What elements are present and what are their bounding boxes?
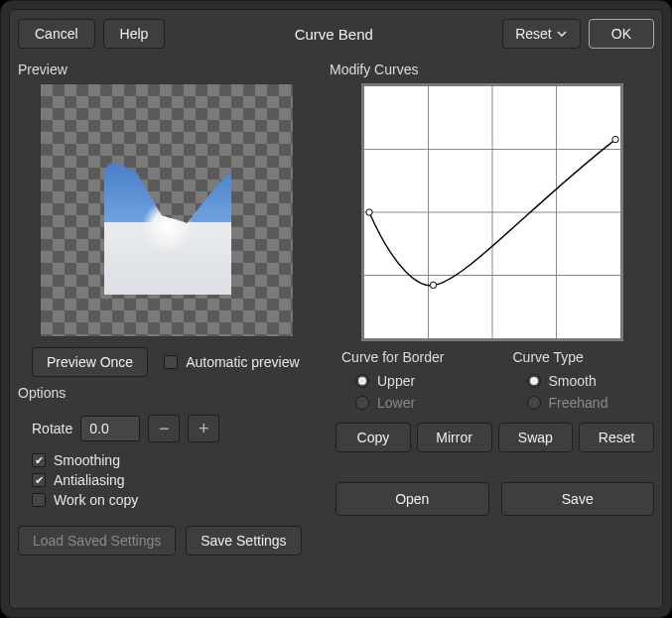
options-section-label: Options bbox=[18, 385, 316, 401]
preview-bend-mask bbox=[41, 84, 293, 336]
curve-control-point[interactable] bbox=[365, 209, 371, 215]
curve-editor[interactable] bbox=[361, 83, 623, 341]
smoothing-checkbox[interactable]: Smoothing bbox=[32, 452, 316, 468]
curve-control-point[interactable] bbox=[430, 282, 436, 288]
curve-border-label: Curve for Border bbox=[341, 349, 483, 365]
chevron-down-icon bbox=[556, 28, 568, 40]
preview-canvas bbox=[40, 83, 294, 337]
checkbox-box bbox=[164, 355, 178, 369]
cancel-button[interactable]: Cancel bbox=[18, 19, 95, 49]
antialiasing-checkbox[interactable]: Antialiasing bbox=[32, 472, 316, 488]
work-on-copy-checkbox[interactable]: Work on copy bbox=[32, 492, 316, 508]
type-smooth-radio[interactable]: Smooth bbox=[527, 373, 655, 389]
rotate-label: Rotate bbox=[32, 421, 72, 436]
smooth-label: Smooth bbox=[549, 373, 597, 389]
save-button[interactable]: Save bbox=[501, 482, 655, 516]
dialog-title: Curve Bend bbox=[173, 26, 494, 43]
radio-dot bbox=[355, 396, 369, 410]
radio-dot bbox=[527, 396, 541, 410]
copy-button[interactable]: Copy bbox=[336, 423, 411, 452]
automatic-preview-checkbox[interactable]: Automatic preview bbox=[164, 354, 299, 370]
modify-curves-label: Modify Curves bbox=[330, 62, 654, 77]
radio-dot bbox=[355, 374, 369, 388]
radio-dot bbox=[527, 374, 541, 388]
curve-type-label: Curve Type bbox=[513, 349, 655, 365]
curve-control-point[interactable] bbox=[611, 136, 617, 142]
checkbox-box bbox=[32, 453, 46, 467]
reset-label: Reset bbox=[515, 26, 552, 42]
checkbox-box bbox=[32, 493, 46, 507]
mirror-button[interactable]: Mirror bbox=[417, 423, 492, 452]
save-settings-button[interactable]: Save Settings bbox=[186, 526, 301, 556]
load-saved-settings-button[interactable]: Load Saved Settings bbox=[18, 526, 176, 556]
dialog-titlebar: Cancel Help Curve Bend Reset OK bbox=[18, 18, 654, 58]
help-button[interactable]: Help bbox=[103, 19, 166, 49]
smoothing-label: Smoothing bbox=[54, 452, 120, 468]
reset-dropdown-button[interactable]: Reset bbox=[502, 19, 581, 49]
automatic-preview-label: Automatic preview bbox=[186, 354, 299, 370]
rotate-decrement[interactable]: − bbox=[148, 415, 180, 442]
work-on-copy-label: Work on copy bbox=[54, 492, 138, 508]
antialiasing-label: Antialiasing bbox=[54, 472, 125, 488]
type-freehand-radio[interactable]: Freehand bbox=[527, 395, 655, 411]
rotate-input[interactable]: 0.0 bbox=[80, 416, 140, 441]
freehand-label: Freehand bbox=[549, 395, 608, 411]
preview-section-label: Preview bbox=[18, 62, 316, 77]
border-upper-radio[interactable]: Upper bbox=[355, 373, 483, 389]
checkbox-box bbox=[32, 473, 46, 487]
upper-label: Upper bbox=[377, 373, 415, 389]
curve-reset-button[interactable]: Reset bbox=[579, 423, 654, 452]
border-lower-radio[interactable]: Lower bbox=[355, 395, 483, 411]
ok-button[interactable]: OK bbox=[589, 19, 654, 49]
preview-once-button[interactable]: Preview Once bbox=[32, 347, 148, 377]
lower-label: Lower bbox=[377, 395, 415, 411]
rotate-increment[interactable]: + bbox=[188, 415, 219, 442]
open-button[interactable]: Open bbox=[336, 482, 489, 516]
swap-button[interactable]: Swap bbox=[498, 423, 574, 452]
